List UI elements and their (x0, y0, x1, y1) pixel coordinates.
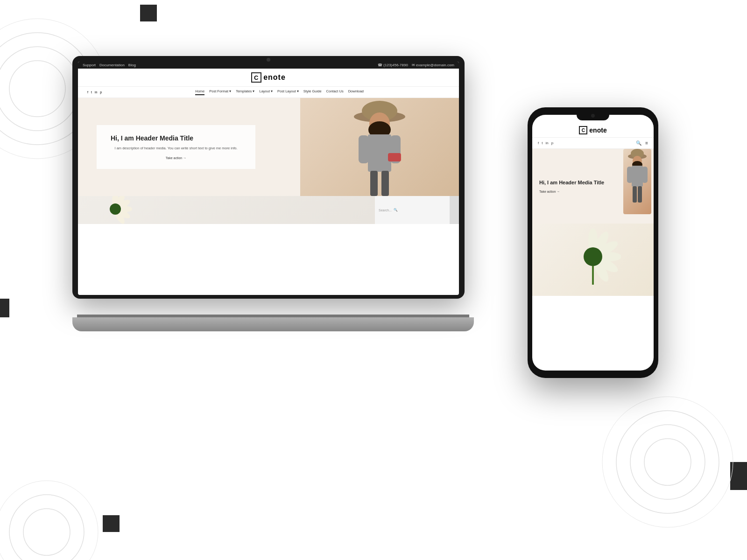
svg-point-0 (9, 61, 65, 117)
topbar-right: ☎ (123)456-7890 ✉ example@domain.com (378, 63, 454, 67)
hero-title: Hi, I am Header Media Title (111, 134, 241, 142)
svg-point-1 (0, 47, 79, 131)
phone-flower (565, 229, 621, 287)
phone-social-fb[interactable]: f (538, 141, 539, 145)
search-text: Search... (379, 209, 392, 212)
topbar-blog-link[interactable]: Blog (128, 63, 136, 67)
phone-hero-content: Hi, I am Header Media Title Take action … (539, 179, 647, 193)
nav-home[interactable]: Home (195, 89, 204, 95)
search-icon[interactable]: 🔍 (394, 208, 398, 212)
nav-social: f t in p (87, 91, 102, 94)
svg-point-10 (0, 481, 98, 560)
phone-camera (591, 114, 595, 118)
social-pinterest[interactable]: p (100, 91, 102, 94)
phone-logo-box: C (579, 126, 587, 134)
laptop-base (72, 317, 474, 331)
nav-links: Home Post Format ▾ Templates ▾ Layout ▾ … (109, 89, 450, 95)
nav-contact[interactable]: Contact Us (326, 89, 344, 95)
phone-social-tw[interactable]: t (542, 141, 543, 145)
hero-image (300, 98, 459, 196)
search-bar[interactable]: Search... 🔍 (375, 196, 450, 224)
topbar-left: Support Documentation Blog (83, 63, 136, 67)
svg-point-7 (602, 397, 733, 527)
svg-point-6 (616, 411, 719, 513)
phone-mockup: C enote f t in p 🔍 ≡ (528, 107, 658, 378)
svg-rect-15 (368, 134, 391, 172)
phone-search-icon[interactable]: 🔍 (636, 140, 641, 146)
phone-nav-icons: 🔍 ≡ (636, 140, 648, 146)
nav-post-format[interactable]: Post Format ▾ (209, 89, 231, 95)
deco-square-1 (140, 5, 157, 21)
site-hero: Hi, I am Header Media Title I am descrip… (78, 98, 459, 196)
svg-rect-19 (370, 171, 378, 196)
nav-style-guide[interactable]: Style Guide (303, 89, 322, 95)
deco-square-4 (103, 515, 120, 532)
phone-logo-name: enote (589, 126, 606, 134)
logo-name: enote (263, 73, 286, 82)
svg-rect-16 (359, 135, 369, 163)
svg-point-43 (584, 247, 602, 266)
topbar-support-link[interactable]: Support (83, 63, 96, 67)
site-nav: f t in p Home Post Format ▾ Templates ▾ … (78, 87, 459, 98)
phone-hero: Hi, I am Header Media Title Take action … (532, 149, 654, 224)
hero-person-illustration (342, 98, 417, 196)
social-twitter[interactable]: t (91, 91, 92, 94)
svg-point-4 (644, 439, 691, 485)
phone-screen: C enote f t in p 🔍 ≡ (532, 115, 654, 371)
logo-box: C (251, 72, 261, 83)
flower-illustration (92, 196, 139, 224)
circles-bottom-right (598, 392, 738, 532)
site-bottom-strip: Search... 🔍 (78, 196, 459, 224)
laptop-camera (267, 58, 270, 62)
phone-social: f t in p (538, 141, 553, 145)
svg-point-27 (110, 203, 121, 215)
site-logo[interactable]: C enote (251, 72, 286, 83)
bottom-image (78, 196, 375, 224)
phone-hero-title: Hi, I am Header Media Title (539, 179, 647, 186)
phone-menu-icon[interactable]: ≡ (645, 140, 648, 146)
laptop-mockup: Support Documentation Blog ☎ (123)456-78… (72, 56, 474, 331)
svg-rect-18 (388, 153, 401, 161)
phone-social-pi[interactable]: p (551, 141, 553, 145)
laptop-bezel: Support Documentation Blog ☎ (123)456-78… (72, 56, 465, 299)
phone-bezel: C enote f t in p 🔍 ≡ (528, 107, 658, 378)
hero-content: Hi, I am Header Media Title I am descrip… (97, 125, 255, 169)
circles-bottom-left (0, 467, 112, 560)
nav-layout[interactable]: Layout ▾ (259, 89, 273, 95)
laptop-screen: Support Documentation Blog ☎ (123)456-78… (78, 62, 459, 295)
phone-notch (577, 111, 609, 120)
site-topbar: Support Documentation Blog ☎ (123)456-78… (78, 62, 459, 69)
phone-logo[interactable]: C enote (579, 126, 606, 134)
phone-social-li[interactable]: in (545, 141, 548, 145)
svg-point-8 (23, 509, 70, 555)
social-linkedin[interactable]: in (95, 91, 97, 94)
topbar-email: ✉ example@domain.com (412, 63, 454, 67)
topbar-phone: ☎ (123)456-7890 (378, 63, 408, 67)
deco-square-3 (0, 299, 9, 317)
topbar-docs-link[interactable]: Documentation (99, 63, 125, 67)
svg-point-5 (630, 425, 705, 499)
nav-download[interactable]: Download (348, 89, 364, 95)
phone-bottom-image (532, 224, 654, 296)
svg-rect-20 (381, 171, 389, 196)
phone-nav-bar: f t in p 🔍 ≡ (532, 138, 654, 149)
social-facebook[interactable]: f (87, 91, 88, 94)
hero-cta-button[interactable]: Take action → (111, 156, 241, 160)
deco-square-5 (730, 462, 747, 490)
nav-post-layout[interactable]: Post Layout ▾ (277, 89, 299, 95)
phone-flower-svg (565, 229, 621, 285)
svg-point-9 (9, 495, 84, 560)
phone-hero-cta[interactable]: Take action → (539, 190, 647, 193)
nav-templates[interactable]: Templates ▾ (236, 89, 254, 95)
site-header: C enote (78, 69, 459, 87)
sidebar-stub (450, 196, 459, 224)
hero-description: I am description of header media. You ca… (111, 146, 241, 151)
